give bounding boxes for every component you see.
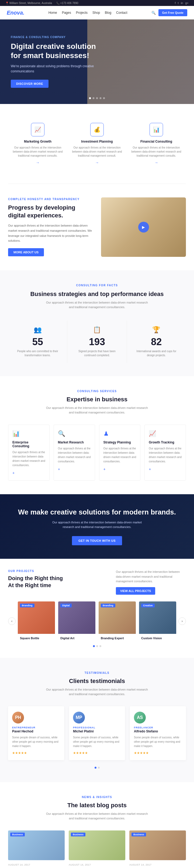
top-bar: 📍 William Street, Melbourne, Australia 📞…: [0, 0, 194, 6]
blog-badge-2: Business: [71, 833, 85, 836]
avatar-2: MP: [73, 712, 85, 723]
googleplus-icon[interactable]: g+: [185, 1, 189, 5]
expertise-market-desc: Our approach thrives at the intersection…: [58, 446, 91, 464]
project-title-1: Square Bottle: [18, 634, 55, 641]
expertise-sub: Our approach thrives at the intersection…: [46, 406, 148, 415]
blog-image-3: Business: [129, 831, 186, 860]
projects-sub: Our approach thrives at the intersection…: [116, 569, 186, 584]
expertise-strategy: ♟ Strategy Planning Our approach thrives…: [99, 425, 141, 481]
service-investment-arrow[interactable]: →: [95, 160, 99, 165]
expertise-enterprise: 📊 Enterprise Consulting Our approach thr…: [8, 425, 49, 481]
service-financial-desc: Our approach thrives at the intersection…: [131, 146, 182, 158]
testimonial-2: MP Professional Michel Platini Some peop…: [69, 706, 125, 760]
stat-awards-number: 82: [132, 336, 181, 348]
nav-links: Home Pages Projects Shop Blog Contact: [48, 11, 127, 14]
site-logo[interactable]: Enova.: [7, 10, 25, 16]
carousel-dot-3[interactable]: [100, 645, 101, 647]
avatar-3: AS: [134, 712, 146, 723]
nav-contact[interactable]: Contact: [116, 11, 127, 14]
expertise-enterprise-title: Enterprise Consulting: [12, 440, 45, 448]
carousel-prev-button[interactable]: ‹: [8, 617, 15, 625]
stat-awards: 🏆 82 International awards and cups for d…: [127, 320, 186, 363]
blog-section: News & Insights The latest blog posts Ou…: [0, 782, 194, 868]
testimonials-heading: Clients testimonials: [8, 678, 186, 685]
expertise-heading: Expertise in business: [8, 396, 186, 403]
hero-dot-1[interactable]: [89, 97, 91, 99]
facebook-icon[interactable]: f: [175, 1, 176, 5]
about-play-button[interactable]: ▶: [138, 222, 149, 232]
expertise-strategy-title: Strategy Planning: [104, 440, 137, 444]
nav-projects[interactable]: Projects: [76, 11, 87, 14]
test-text-1: Some people dream of success, while othe…: [12, 735, 60, 748]
test-stars-1: ★★★★★: [12, 751, 60, 755]
expertise-market-arrow[interactable]: +: [58, 467, 60, 471]
test-text-2: Some people dream of success, while othe…: [73, 735, 121, 748]
projects-right: Our approach thrives at the intersection…: [116, 569, 186, 595]
projects-heading: Doing the Right thing At the Right time: [8, 575, 63, 589]
view-all-projects-button[interactable]: View All Projects: [116, 587, 155, 595]
nav-pages[interactable]: Pages: [62, 11, 71, 14]
blog-post-3: Business August 14, 2017 Communication a…: [129, 831, 186, 868]
expertise-strategy-arrow[interactable]: +: [104, 467, 106, 471]
hero-content: Finance & Consulting Company Digital cre…: [11, 36, 108, 88]
stats-section: Consulting For Facts Business strategies…: [0, 270, 194, 376]
project-badge-2: Digital: [61, 603, 72, 608]
quote-button[interactable]: Get Free Quote: [158, 9, 187, 16]
service-investment-title: Investment Planning: [71, 140, 123, 144]
stat-awards-label: International awards and cups for design…: [132, 349, 181, 357]
testimonial-1: PH Entrepreneur Pavel Hechod Some people…: [8, 706, 64, 760]
service-investment-desc: Our approach thrives at the intersection…: [71, 146, 123, 158]
expertise-growth: 📈 Growth Tracking Our approach thrives a…: [145, 425, 186, 481]
expertise-tag: Consulting Services: [8, 390, 186, 393]
nav-actions: 🔍 Get Free Quote: [151, 9, 187, 16]
carousel-next-button[interactable]: ›: [179, 617, 186, 625]
market-icon: 🔍: [58, 430, 91, 437]
test-stars-2: ★★★★★: [73, 751, 121, 755]
blog-sub: Our approach thrives at the intersection…: [46, 811, 148, 821]
nav-home[interactable]: Home: [48, 11, 57, 14]
marketing-icon: 📈: [31, 123, 44, 136]
hero-dot-4[interactable]: [100, 97, 102, 99]
nav-shop[interactable]: Shop: [92, 11, 100, 14]
project-card-3: Branding Branding Expert: [99, 601, 136, 641]
testimonials-grid: PH Entrepreneur Pavel Hechod Some people…: [8, 706, 186, 760]
project-image-3: Branding: [99, 601, 136, 634]
hero-dot-2[interactable]: [93, 97, 94, 99]
service-financial-arrow[interactable]: →: [154, 160, 158, 165]
project-image-1: Branding: [18, 601, 55, 634]
hero-heading: Digital creative solution for smart busi…: [11, 42, 108, 60]
top-bar-social: f t in g+: [175, 1, 189, 5]
testimonials-tag: Testimonials: [8, 672, 186, 674]
about-cta-button[interactable]: More About Us: [8, 248, 44, 256]
test-name-1: Pavel Hechod: [12, 730, 60, 733]
blog-tag: News & Insights: [8, 796, 186, 799]
carousel-dot-2[interactable]: [96, 645, 98, 647]
nav-blog[interactable]: Blog: [105, 11, 111, 14]
financial-icon: 📊: [150, 123, 163, 136]
stat-projects-label: Signed projects that have been continued…: [73, 349, 121, 357]
project-card-2: Digital Digital Art: [58, 601, 95, 641]
hero-dot-3[interactable]: [96, 97, 98, 99]
blog-image-2: Business: [69, 831, 125, 860]
hero-cta-button[interactable]: Discover More: [11, 80, 48, 88]
avatar-1: PH: [12, 712, 24, 723]
blog-badge-3: Business: [131, 833, 146, 836]
test-dot-1[interactable]: [94, 767, 96, 769]
service-marketing-arrow[interactable]: →: [36, 160, 40, 165]
cta-button[interactable]: Get In Touch With Us: [72, 536, 122, 545]
test-stars-3: ★★★★★: [134, 751, 182, 755]
test-dot-2[interactable]: [98, 767, 100, 769]
about-image: ▶: [101, 197, 186, 257]
testimonial-dots: [8, 767, 186, 769]
carousel-dot-1[interactable]: [93, 645, 95, 647]
project-badge-4: Creative: [141, 603, 155, 608]
about-text: Complete Honesty And Transparency Progre…: [8, 198, 93, 256]
twitter-icon[interactable]: t: [178, 1, 179, 5]
expertise-growth-arrow[interactable]: +: [149, 467, 151, 471]
hero-dot-5[interactable]: [103, 97, 105, 99]
hero-tag: Finance & Consulting Company: [11, 36, 108, 39]
expertise-enterprise-arrow[interactable]: +: [12, 471, 14, 475]
linkedin-icon[interactable]: in: [181, 1, 183, 5]
search-icon[interactable]: 🔍: [151, 11, 156, 15]
expertise-growth-desc: Our approach thrives at the intersection…: [149, 446, 182, 464]
